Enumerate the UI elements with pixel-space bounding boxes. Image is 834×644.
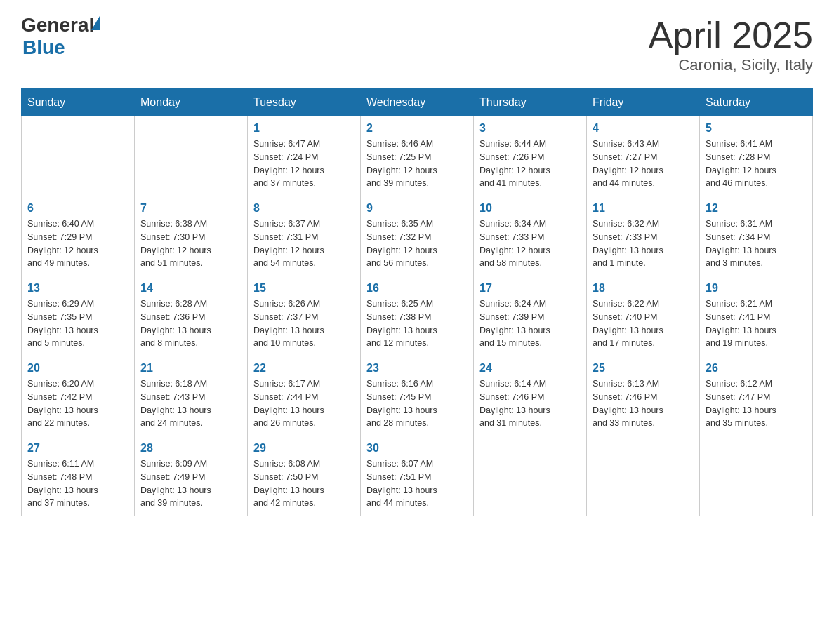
day-number: 11 <box>593 202 694 215</box>
day-number: 15 <box>253 282 355 295</box>
calendar-table: Sunday Monday Tuesday Wednesday Thursday… <box>21 88 813 516</box>
day-number: 19 <box>706 282 807 295</box>
day-info: Sunrise: 6:25 AMSunset: 7:38 PMDaylight:… <box>366 297 468 350</box>
day-number: 25 <box>593 362 694 375</box>
calendar-week-5: 27Sunrise: 6:11 AMSunset: 7:48 PMDayligh… <box>22 436 813 516</box>
day-number: 29 <box>253 442 355 455</box>
day-number: 9 <box>366 202 468 215</box>
table-row: 7Sunrise: 6:38 AMSunset: 7:30 PMDaylight… <box>135 196 248 276</box>
day-number: 17 <box>479 282 581 295</box>
day-info: Sunrise: 6:47 AMSunset: 7:24 PMDaylight:… <box>253 137 355 190</box>
table-row: 13Sunrise: 6:29 AMSunset: 7:35 PMDayligh… <box>22 276 135 356</box>
day-info: Sunrise: 6:32 AMSunset: 7:33 PMDaylight:… <box>593 217 694 270</box>
day-number: 30 <box>366 442 468 455</box>
table-row: 19Sunrise: 6:21 AMSunset: 7:41 PMDayligh… <box>700 276 813 356</box>
logo-blue-text: Blue <box>22 36 100 59</box>
col-wednesday: Wednesday <box>361 89 474 116</box>
table-row: 9Sunrise: 6:35 AMSunset: 7:32 PMDaylight… <box>361 196 474 276</box>
day-number: 13 <box>27 282 128 295</box>
day-info: Sunrise: 6:38 AMSunset: 7:30 PMDaylight:… <box>140 217 241 270</box>
logo-triangle-icon <box>91 16 100 30</box>
day-info: Sunrise: 6:17 AMSunset: 7:44 PMDaylight:… <box>253 377 355 430</box>
day-number: 28 <box>140 442 241 455</box>
day-info: Sunrise: 6:16 AMSunset: 7:45 PMDaylight:… <box>366 377 468 430</box>
day-number: 3 <box>479 122 581 135</box>
day-info: Sunrise: 6:21 AMSunset: 7:41 PMDaylight:… <box>706 297 807 350</box>
table-row: 12Sunrise: 6:31 AMSunset: 7:34 PMDayligh… <box>700 196 813 276</box>
day-number: 6 <box>27 202 128 215</box>
page-title: April 2025 <box>649 14 813 56</box>
day-info: Sunrise: 6:28 AMSunset: 7:36 PMDaylight:… <box>140 297 241 350</box>
col-thursday: Thursday <box>474 89 587 116</box>
day-number: 5 <box>706 122 807 135</box>
table-row: 17Sunrise: 6:24 AMSunset: 7:39 PMDayligh… <box>474 276 587 356</box>
table-row: 1Sunrise: 6:47 AMSunset: 7:24 PMDaylight… <box>248 116 361 196</box>
day-info: Sunrise: 6:14 AMSunset: 7:46 PMDaylight:… <box>479 377 581 430</box>
logo: General Blue <box>21 14 100 59</box>
day-number: 1 <box>253 122 355 135</box>
calendar-header-row: Sunday Monday Tuesday Wednesday Thursday… <box>22 89 813 116</box>
logo-general-text: General <box>21 14 94 36</box>
table-row: 18Sunrise: 6:22 AMSunset: 7:40 PMDayligh… <box>587 276 700 356</box>
day-number: 12 <box>706 202 807 215</box>
day-number: 2 <box>366 122 468 135</box>
day-info: Sunrise: 6:24 AMSunset: 7:39 PMDaylight:… <box>479 297 581 350</box>
day-info: Sunrise: 6:22 AMSunset: 7:40 PMDaylight:… <box>593 297 694 350</box>
day-info: Sunrise: 6:26 AMSunset: 7:37 PMDaylight:… <box>253 297 355 350</box>
day-info: Sunrise: 6:07 AMSunset: 7:51 PMDaylight:… <box>366 457 468 510</box>
col-friday: Friday <box>587 89 700 116</box>
page-header: General Blue April 2025 Caronia, Sicily,… <box>21 14 813 74</box>
day-number: 22 <box>253 362 355 375</box>
table-row: 30Sunrise: 6:07 AMSunset: 7:51 PMDayligh… <box>361 436 474 516</box>
day-info: Sunrise: 6:08 AMSunset: 7:50 PMDaylight:… <box>253 457 355 510</box>
day-info: Sunrise: 6:09 AMSunset: 7:49 PMDaylight:… <box>140 457 241 510</box>
day-info: Sunrise: 6:13 AMSunset: 7:46 PMDaylight:… <box>593 377 694 430</box>
day-info: Sunrise: 6:12 AMSunset: 7:47 PMDaylight:… <box>706 377 807 430</box>
day-number: 16 <box>366 282 468 295</box>
day-number: 23 <box>366 362 468 375</box>
table-row: 23Sunrise: 6:16 AMSunset: 7:45 PMDayligh… <box>361 356 474 436</box>
col-sunday: Sunday <box>22 89 135 116</box>
day-info: Sunrise: 6:46 AMSunset: 7:25 PMDaylight:… <box>366 137 468 190</box>
table-row: 15Sunrise: 6:26 AMSunset: 7:37 PMDayligh… <box>248 276 361 356</box>
day-number: 18 <box>593 282 694 295</box>
day-info: Sunrise: 6:11 AMSunset: 7:48 PMDaylight:… <box>27 457 128 510</box>
table-row: 22Sunrise: 6:17 AMSunset: 7:44 PMDayligh… <box>248 356 361 436</box>
day-number: 14 <box>140 282 241 295</box>
day-number: 26 <box>706 362 807 375</box>
page-subtitle: Caronia, Sicily, Italy <box>649 56 813 74</box>
table-row: 27Sunrise: 6:11 AMSunset: 7:48 PMDayligh… <box>22 436 135 516</box>
day-info: Sunrise: 6:43 AMSunset: 7:27 PMDaylight:… <box>593 137 694 190</box>
day-number: 8 <box>253 202 355 215</box>
table-row <box>587 436 700 516</box>
day-number: 4 <box>593 122 694 135</box>
calendar-week-1: 1Sunrise: 6:47 AMSunset: 7:24 PMDaylight… <box>22 116 813 196</box>
table-row: 3Sunrise: 6:44 AMSunset: 7:26 PMDaylight… <box>474 116 587 196</box>
table-row: 14Sunrise: 6:28 AMSunset: 7:36 PMDayligh… <box>135 276 248 356</box>
table-row: 29Sunrise: 6:08 AMSunset: 7:50 PMDayligh… <box>248 436 361 516</box>
calendar-week-2: 6Sunrise: 6:40 AMSunset: 7:29 PMDaylight… <box>22 196 813 276</box>
col-tuesday: Tuesday <box>248 89 361 116</box>
table-row: 28Sunrise: 6:09 AMSunset: 7:49 PMDayligh… <box>135 436 248 516</box>
day-info: Sunrise: 6:20 AMSunset: 7:42 PMDaylight:… <box>27 377 128 430</box>
table-row <box>135 116 248 196</box>
table-row: 24Sunrise: 6:14 AMSunset: 7:46 PMDayligh… <box>474 356 587 436</box>
day-info: Sunrise: 6:31 AMSunset: 7:34 PMDaylight:… <box>706 217 807 270</box>
day-number: 7 <box>140 202 241 215</box>
col-monday: Monday <box>135 89 248 116</box>
table-row: 26Sunrise: 6:12 AMSunset: 7:47 PMDayligh… <box>700 356 813 436</box>
table-row: 25Sunrise: 6:13 AMSunset: 7:46 PMDayligh… <box>587 356 700 436</box>
table-row: 11Sunrise: 6:32 AMSunset: 7:33 PMDayligh… <box>587 196 700 276</box>
day-number: 24 <box>479 362 581 375</box>
table-row: 6Sunrise: 6:40 AMSunset: 7:29 PMDaylight… <box>22 196 135 276</box>
table-row: 16Sunrise: 6:25 AMSunset: 7:38 PMDayligh… <box>361 276 474 356</box>
day-info: Sunrise: 6:44 AMSunset: 7:26 PMDaylight:… <box>479 137 581 190</box>
table-row: 5Sunrise: 6:41 AMSunset: 7:28 PMDaylight… <box>700 116 813 196</box>
day-info: Sunrise: 6:18 AMSunset: 7:43 PMDaylight:… <box>140 377 241 430</box>
table-row <box>22 116 135 196</box>
table-row: 4Sunrise: 6:43 AMSunset: 7:27 PMDaylight… <box>587 116 700 196</box>
day-number: 20 <box>27 362 128 375</box>
day-number: 27 <box>27 442 128 455</box>
day-info: Sunrise: 6:41 AMSunset: 7:28 PMDaylight:… <box>706 137 807 190</box>
day-info: Sunrise: 6:34 AMSunset: 7:33 PMDaylight:… <box>479 217 581 270</box>
